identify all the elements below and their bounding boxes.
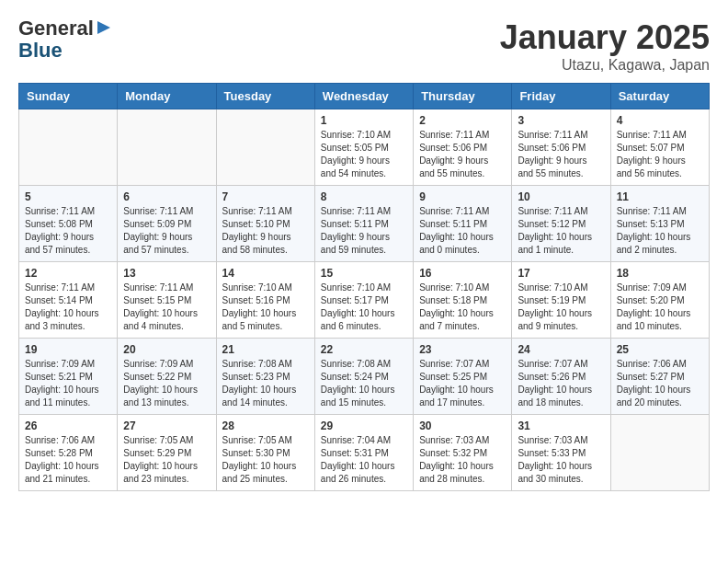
logo-general: General (18, 18, 94, 39)
day-of-week-header: Saturday (610, 84, 709, 109)
calendar-table: SundayMondayTuesdayWednesdayThursdayFrid… (18, 83, 710, 491)
day-number: 17 (518, 267, 604, 280)
day-number: 4 (617, 114, 703, 127)
day-number: 5 (25, 190, 111, 203)
logo-blue: Blue (18, 39, 63, 62)
day-number: 1 (321, 114, 407, 127)
calendar-week-row: 5Sunrise: 7:11 AM Sunset: 5:08 PM Daylig… (19, 186, 710, 262)
calendar-week-row: 12Sunrise: 7:11 AM Sunset: 5:14 PM Dayli… (19, 262, 710, 339)
calendar-cell: 13Sunrise: 7:11 AM Sunset: 5:15 PM Dayli… (118, 262, 216, 339)
day-of-week-header: Monday (118, 84, 216, 109)
day-info: Sunrise: 7:11 AM Sunset: 5:06 PM Dayligh… (518, 129, 604, 180)
day-number: 13 (123, 267, 210, 280)
day-info: Sunrise: 7:09 AM Sunset: 5:21 PM Dayligh… (25, 358, 111, 409)
day-number: 14 (222, 267, 309, 280)
day-of-week-header: Tuesday (216, 84, 314, 109)
day-number: 26 (25, 419, 111, 432)
day-number: 16 (419, 267, 506, 280)
calendar-cell: 7Sunrise: 7:11 AM Sunset: 5:10 PM Daylig… (216, 186, 314, 262)
calendar-cell: 21Sunrise: 7:08 AM Sunset: 5:23 PM Dayli… (216, 339, 314, 415)
day-number: 7 (222, 190, 309, 203)
day-info: Sunrise: 7:08 AM Sunset: 5:24 PM Dayligh… (321, 358, 407, 409)
calendar-cell: 10Sunrise: 7:11 AM Sunset: 5:12 PM Dayli… (512, 186, 610, 262)
calendar-cell (610, 415, 709, 491)
calendar-cell: 22Sunrise: 7:08 AM Sunset: 5:24 PM Dayli… (314, 339, 413, 415)
day-info: Sunrise: 7:04 AM Sunset: 5:31 PM Dayligh… (321, 434, 407, 486)
day-info: Sunrise: 7:10 AM Sunset: 5:19 PM Dayligh… (518, 282, 604, 333)
day-info: Sunrise: 7:06 AM Sunset: 5:27 PM Dayligh… (617, 358, 703, 409)
calendar-cell: 27Sunrise: 7:05 AM Sunset: 5:29 PM Dayli… (118, 415, 216, 491)
calendar-cell: 31Sunrise: 7:03 AM Sunset: 5:33 PM Dayli… (512, 415, 610, 491)
calendar-cell: 23Sunrise: 7:07 AM Sunset: 5:25 PM Dayli… (414, 339, 512, 415)
calendar-week-row: 19Sunrise: 7:09 AM Sunset: 5:21 PM Dayli… (19, 339, 710, 415)
calendar-cell: 9Sunrise: 7:11 AM Sunset: 5:11 PM Daylig… (414, 186, 512, 262)
calendar-cell: 2Sunrise: 7:11 AM Sunset: 5:06 PM Daylig… (414, 109, 512, 186)
day-number: 30 (419, 419, 506, 432)
calendar-cell: 4Sunrise: 7:11 AM Sunset: 5:07 PM Daylig… (610, 109, 709, 186)
day-info: Sunrise: 7:10 AM Sunset: 5:17 PM Dayligh… (321, 282, 407, 333)
calendar-cell: 12Sunrise: 7:11 AM Sunset: 5:14 PM Dayli… (19, 262, 118, 339)
svg-marker-0 (97, 21, 110, 34)
calendar-cell: 28Sunrise: 7:05 AM Sunset: 5:30 PM Dayli… (216, 415, 314, 491)
title-block: January 2025 Utazu, Kagawa, Japan (500, 18, 710, 74)
calendar-cell: 14Sunrise: 7:10 AM Sunset: 5:16 PM Dayli… (216, 262, 314, 339)
day-number: 6 (123, 190, 210, 203)
calendar-header-row: SundayMondayTuesdayWednesdayThursdayFrid… (19, 84, 710, 109)
calendar-cell (216, 109, 314, 186)
calendar-cell: 24Sunrise: 7:07 AM Sunset: 5:26 PM Dayli… (512, 339, 610, 415)
calendar-cell: 5Sunrise: 7:11 AM Sunset: 5:08 PM Daylig… (19, 186, 118, 262)
day-number: 23 (419, 343, 506, 356)
day-info: Sunrise: 7:10 AM Sunset: 5:18 PM Dayligh… (419, 282, 506, 333)
calendar-cell: 25Sunrise: 7:06 AM Sunset: 5:27 PM Dayli… (610, 339, 709, 415)
day-number: 19 (25, 343, 111, 356)
calendar-cell (118, 109, 216, 186)
day-number: 11 (617, 190, 703, 203)
day-info: Sunrise: 7:11 AM Sunset: 5:10 PM Dayligh… (222, 205, 309, 257)
month-title: January 2025 (500, 18, 710, 57)
page-header: General Blue January 2025 Utazu, Kagawa,… (18, 18, 710, 74)
calendar-cell (19, 109, 118, 186)
day-number: 2 (419, 114, 506, 127)
day-info: Sunrise: 7:11 AM Sunset: 5:06 PM Dayligh… (419, 129, 506, 180)
day-number: 15 (321, 267, 407, 280)
day-of-week-header: Wednesday (314, 84, 413, 109)
day-number: 10 (518, 190, 604, 203)
day-info: Sunrise: 7:10 AM Sunset: 5:05 PM Dayligh… (321, 129, 407, 180)
day-number: 18 (617, 267, 703, 280)
calendar-cell: 30Sunrise: 7:03 AM Sunset: 5:32 PM Dayli… (414, 415, 512, 491)
day-info: Sunrise: 7:11 AM Sunset: 5:11 PM Dayligh… (321, 205, 407, 257)
day-info: Sunrise: 7:11 AM Sunset: 5:12 PM Dayligh… (518, 205, 604, 257)
calendar-cell: 11Sunrise: 7:11 AM Sunset: 5:13 PM Dayli… (610, 186, 709, 262)
day-info: Sunrise: 7:08 AM Sunset: 5:23 PM Dayligh… (222, 358, 309, 409)
day-of-week-header: Thursday (414, 84, 512, 109)
day-info: Sunrise: 7:07 AM Sunset: 5:25 PM Dayligh… (419, 358, 506, 409)
calendar-cell: 15Sunrise: 7:10 AM Sunset: 5:17 PM Dayli… (314, 262, 413, 339)
day-info: Sunrise: 7:03 AM Sunset: 5:32 PM Dayligh… (419, 434, 506, 486)
calendar-cell: 16Sunrise: 7:10 AM Sunset: 5:18 PM Dayli… (414, 262, 512, 339)
day-info: Sunrise: 7:11 AM Sunset: 5:13 PM Dayligh… (617, 205, 703, 257)
calendar-cell: 6Sunrise: 7:11 AM Sunset: 5:09 PM Daylig… (118, 186, 216, 262)
day-number: 3 (518, 114, 604, 127)
day-info: Sunrise: 7:11 AM Sunset: 5:15 PM Dayligh… (123, 282, 210, 333)
calendar-cell: 8Sunrise: 7:11 AM Sunset: 5:11 PM Daylig… (314, 186, 413, 262)
day-of-week-header: Friday (512, 84, 610, 109)
day-number: 8 (321, 190, 407, 203)
day-number: 24 (518, 343, 604, 356)
day-number: 31 (518, 419, 604, 432)
day-number: 9 (419, 190, 506, 203)
logo-arrow-icon (96, 19, 112, 39)
calendar-cell: 17Sunrise: 7:10 AM Sunset: 5:19 PM Dayli… (512, 262, 610, 339)
day-number: 12 (25, 267, 111, 280)
calendar-cell: 1Sunrise: 7:10 AM Sunset: 5:05 PM Daylig… (314, 109, 413, 186)
day-number: 20 (123, 343, 210, 356)
day-number: 28 (222, 419, 309, 432)
logo: General Blue (18, 18, 112, 63)
day-of-week-header: Sunday (19, 84, 118, 109)
calendar-cell: 26Sunrise: 7:06 AM Sunset: 5:28 PM Dayli… (19, 415, 118, 491)
day-info: Sunrise: 7:11 AM Sunset: 5:08 PM Dayligh… (25, 205, 111, 257)
day-info: Sunrise: 7:06 AM Sunset: 5:28 PM Dayligh… (25, 434, 111, 486)
day-info: Sunrise: 7:11 AM Sunset: 5:14 PM Dayligh… (25, 282, 111, 333)
calendar-cell: 29Sunrise: 7:04 AM Sunset: 5:31 PM Dayli… (314, 415, 413, 491)
day-info: Sunrise: 7:09 AM Sunset: 5:20 PM Dayligh… (617, 282, 703, 333)
day-info: Sunrise: 7:03 AM Sunset: 5:33 PM Dayligh… (518, 434, 604, 486)
